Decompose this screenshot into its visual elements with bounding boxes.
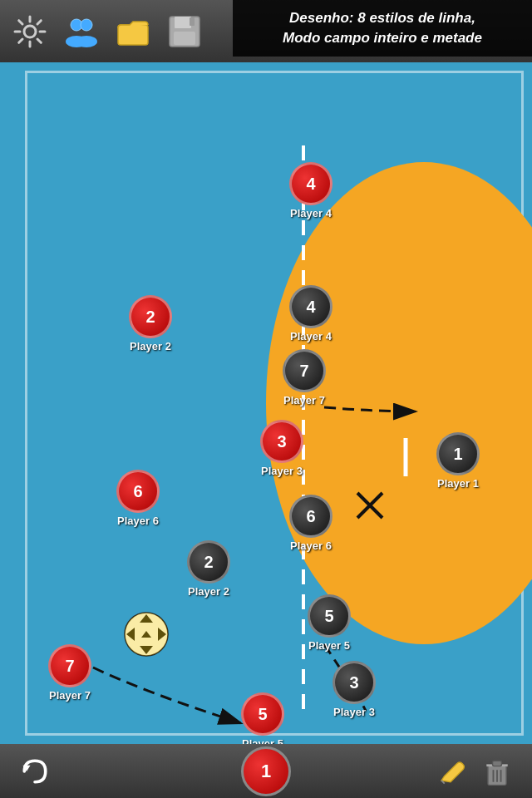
player-red-5[interactable]: 5 Player 5 xyxy=(241,692,284,744)
player-red-6-label: Player 6 xyxy=(117,515,159,527)
player-red-4-label: Player 4 xyxy=(290,207,332,219)
player-red-7-label: Player 7 xyxy=(49,689,91,702)
player-red-5-circle: 5 xyxy=(241,692,284,736)
player-red-6[interactable]: 6 Player 6 xyxy=(116,470,160,527)
player-red-2[interactable]: 2 Player 2 xyxy=(129,295,172,352)
player-red-3-circle: 3 xyxy=(260,420,303,463)
folder-icon[interactable] xyxy=(111,10,155,53)
svg-line-7 xyxy=(37,20,41,23)
player-black-7-label: Player 7 xyxy=(283,394,325,406)
player-black-5-label: Player 5 xyxy=(308,639,350,652)
player-black-5[interactable]: 5 Player 5 xyxy=(308,594,351,652)
info-line2: Modo campo inteiro e metade xyxy=(283,30,482,46)
svg-line-6 xyxy=(37,39,41,42)
player-black-3-label: Player 3 xyxy=(333,706,375,718)
player-red-7-circle: 7 xyxy=(48,644,91,687)
player-black-1-circle: 1 xyxy=(436,432,480,475)
bottom-bar: 1 xyxy=(0,744,532,798)
player-red-3[interactable]: 3 Player 3 xyxy=(260,420,303,477)
player-black-7-circle: 7 xyxy=(283,349,326,392)
info-line1: Desenho: 8 estilos de linha, xyxy=(289,10,475,26)
trash-button[interactable] xyxy=(479,753,515,790)
player-black-4-circle: 4 xyxy=(289,285,332,328)
svg-point-10 xyxy=(81,19,92,31)
save-icon[interactable] xyxy=(163,10,206,53)
player-black-6-circle: 6 xyxy=(289,495,332,538)
player-black-3[interactable]: 3 Player 3 xyxy=(332,661,376,718)
svg-rect-34 xyxy=(493,761,502,766)
bottom-center-player[interactable]: 1 xyxy=(241,746,291,796)
player-black-6-label: Player 6 xyxy=(290,539,332,552)
toolbar: Desenho: 8 estilos de linha,Modo campo i… xyxy=(0,0,532,62)
svg-point-12 xyxy=(76,36,97,47)
player-black-5-circle: 5 xyxy=(308,594,351,638)
player-black-6[interactable]: 6 Player 6 xyxy=(289,495,332,552)
player-black-2-label: Player 2 xyxy=(188,585,229,598)
svg-line-8 xyxy=(19,39,22,42)
player-red-6-circle: 6 xyxy=(116,470,160,513)
player-black-2-circle: 2 xyxy=(187,540,230,584)
svg-point-0 xyxy=(24,26,36,37)
player-red-3-label: Player 3 xyxy=(261,465,303,477)
player-black-3-circle: 3 xyxy=(332,661,376,704)
player-red-2-label: Player 2 xyxy=(130,340,171,352)
undo-button[interactable] xyxy=(17,753,53,790)
player-red-7[interactable]: 7 Player 7 xyxy=(48,644,91,702)
player-black-1[interactable]: 1 Player 1 xyxy=(436,432,480,490)
player-red-5-label: Player 5 xyxy=(242,737,283,744)
svg-rect-13 xyxy=(118,25,148,45)
player-black-1-label: Player 1 xyxy=(437,477,479,490)
svg-rect-17 xyxy=(190,17,195,26)
svg-rect-15 xyxy=(175,17,191,28)
settings-icon[interactable] xyxy=(8,10,52,53)
player-black-7[interactable]: 7 Player 7 xyxy=(283,349,326,406)
player-red-2-circle: 2 xyxy=(129,295,172,338)
field: 4 Player 4 2 Player 2 3 Player 3 6 Playe… xyxy=(0,62,532,744)
info-box: Desenho: 8 estilos de linha,Modo campo i… xyxy=(233,0,532,57)
player-black-4[interactable]: 4 Player 4 xyxy=(289,285,332,342)
player-black-4-label: Player 4 xyxy=(290,330,332,342)
svg-line-5 xyxy=(19,20,22,23)
player-red-4-circle: 4 xyxy=(289,162,332,205)
users-icon[interactable] xyxy=(60,10,103,53)
svg-point-29 xyxy=(125,613,168,656)
player-red-4[interactable]: 4 Player 4 xyxy=(289,162,332,219)
svg-rect-16 xyxy=(174,32,195,45)
soccer-ball[interactable] xyxy=(123,611,170,658)
player-black-2[interactable]: 2 Player 2 xyxy=(187,540,230,598)
pencil-button[interactable] xyxy=(432,753,469,790)
